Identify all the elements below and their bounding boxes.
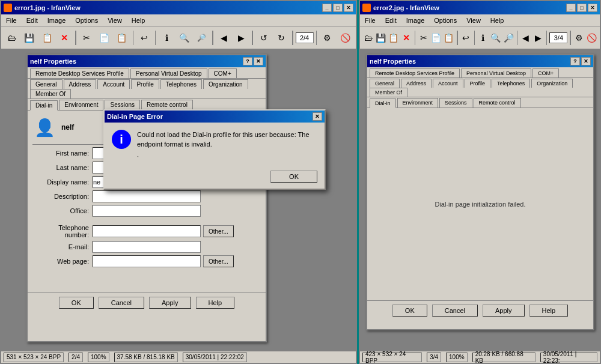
minimize-btn-1[interactable]: _ [322,4,332,12]
menu-help-1[interactable]: Help [129,16,148,25]
tb-open-2[interactable]: 🗁 [362,29,374,47]
telephone-other-btn[interactable]: Other... [203,225,234,237]
tb-copy-2[interactable]: 📄 [430,29,442,47]
tab-env-1[interactable]: Environment [59,100,103,110]
tb-zoom-in-1[interactable]: 🔍 [176,29,192,47]
minimize-btn-2[interactable]: _ [566,4,576,12]
tab-telephones-1[interactable]: Telephones [160,79,202,89]
close-btn-2[interactable]: ✕ [588,4,597,12]
ok-btn-prop-2[interactable]: OK [392,305,427,317]
tb-copy-1[interactable]: 📄 [96,29,112,47]
tb-exit-2[interactable]: 🚫 [586,29,597,47]
tb-rotate-r-1[interactable]: ↻ [273,29,289,47]
tb-close-2[interactable]: ✕ [401,29,412,47]
properties-close-btn-2[interactable]: ✕ [581,57,591,65]
tb-rotate-l-1[interactable]: ↺ [255,29,272,47]
webpage-input[interactable] [93,255,201,267]
tb-info-1[interactable]: ℹ [158,29,174,47]
menu-file-1[interactable]: File [4,16,19,25]
menu-view-2[interactable]: View [464,16,483,25]
maximize-btn-2[interactable]: □ [577,4,587,12]
tab-account-1[interactable]: Account [97,79,130,89]
tb-paste-1[interactable]: 📋 [114,29,130,47]
tb-save-2[interactable]: 💾 [375,29,386,47]
tab-profile-2[interactable]: Profile [465,79,491,88]
tab-profile-1[interactable]: Profile [131,79,159,89]
tab-memberof-2[interactable]: Member Of [370,88,407,97]
tb-zoom-in-2[interactable]: 🔍 [490,29,501,47]
tab-remote-2[interactable]: Remote control [474,98,521,108]
tab-general-1[interactable]: General [30,79,63,89]
menu-view-1[interactable]: View [105,16,124,25]
tab-dialin-2[interactable]: Dial-in [370,99,396,108]
tab-memberof-1[interactable]: Member Of [30,89,71,99]
tab-dialin-1[interactable]: Dial-in [30,100,58,111]
apply-btn-prop-2[interactable]: Apply [483,305,525,317]
tab-com-1[interactable]: COM+ [209,68,237,78]
menu-options-1[interactable]: Options [73,16,100,25]
help-btn-prop-1[interactable]: Help [196,297,235,309]
tb-cut-2[interactable]: ✂ [418,29,429,47]
tb-prev-2[interactable]: ◀ [520,29,531,47]
tab-rdsp-1[interactable]: Remote Desktop Services Profile [30,68,129,78]
description-input[interactable] [93,190,201,202]
tab-account-2[interactable]: Account [433,79,463,88]
menu-image-1[interactable]: Image [45,16,69,25]
tb-undo-1[interactable]: ↩ [136,29,152,47]
properties-help-btn-1[interactable]: ? [243,57,252,65]
help-btn-prop-2[interactable]: Help [529,305,569,317]
tab-address-2[interactable]: Address [401,79,432,88]
error-close-btn[interactable]: ✕ [313,112,322,121]
tb-save2-1[interactable]: 📋 [39,29,55,47]
tab-telephones-2[interactable]: Telephones [492,79,530,88]
menu-help-2[interactable]: Help [488,16,507,25]
tab-pvd-2[interactable]: Personal Virtual Desktop [461,68,531,77]
tb-exit-1[interactable]: 🚫 [337,29,353,47]
tb-next-1[interactable]: ▶ [233,29,249,47]
tab-general-2[interactable]: General [370,79,400,88]
tb-save-1[interactable]: 💾 [21,29,37,47]
properties-close-btn-1[interactable]: ✕ [254,57,263,65]
tb-info-2[interactable]: ℹ [477,29,489,47]
tb-open-1[interactable]: 🗁 [4,29,20,47]
tab-sessions-2[interactable]: Sessions [439,98,472,108]
menu-file-2[interactable]: File [362,16,378,25]
tab-org-2[interactable]: Organization [531,79,573,88]
apply-btn-prop-1[interactable]: Apply [149,297,191,309]
tab-org-1[interactable]: Organization [203,79,248,89]
properties-help-btn-2[interactable]: ? [570,57,580,65]
tb-prev-1[interactable]: ◀ [216,29,232,47]
office-input[interactable] [93,205,201,217]
tab-env-2[interactable]: Environment [397,98,439,108]
menu-edit-2[interactable]: Edit [383,16,399,25]
tab-rdsp-2[interactable]: Remote Desktop Services Profile [370,68,460,77]
tab-remote-1[interactable]: Remote control [141,100,193,110]
error-ok-btn[interactable]: OK [270,171,317,183]
tb-close-1[interactable]: ✕ [56,29,73,47]
tb-undo-2[interactable]: ↩ [460,29,472,47]
close-btn-1[interactable]: ✕ [344,4,353,12]
menu-options-2[interactable]: Options [432,16,459,25]
image-counter-1: 2/4 [296,32,314,43]
tb-next-2[interactable]: ▶ [532,29,544,47]
cancel-btn-prop-2[interactable]: Cancel [432,305,478,317]
tb-zoom-out-2[interactable]: 🔎 [502,29,514,47]
tab-sessions-1[interactable]: Sessions [105,100,140,110]
ok-btn-prop-1[interactable]: OK [59,297,94,309]
tb-paste-2[interactable]: 📋 [443,29,454,47]
menu-image-2[interactable]: Image [404,16,427,25]
webpage-other-btn[interactable]: Other... [203,255,234,267]
cancel-btn-prop-1[interactable]: Cancel [99,297,144,309]
email-input[interactable] [93,241,201,253]
tb-settings-1[interactable]: ⚙ [319,29,335,47]
tb-settings-2[interactable]: ⚙ [573,29,585,47]
tb-save2-2[interactable]: 📋 [388,29,399,47]
tab-address-1[interactable]: Address [64,79,97,89]
tb-zoom-out-1[interactable]: 🔎 [194,29,210,47]
tab-com-2[interactable]: COM+ [532,68,559,77]
menu-edit-1[interactable]: Edit [24,16,40,25]
telephone-input[interactable] [93,225,201,237]
maximize-btn-1[interactable]: □ [333,4,343,12]
tab-pvd-1[interactable]: Personal Virtual Desktop [130,68,207,78]
tb-cut-1[interactable]: ✂ [79,29,95,47]
